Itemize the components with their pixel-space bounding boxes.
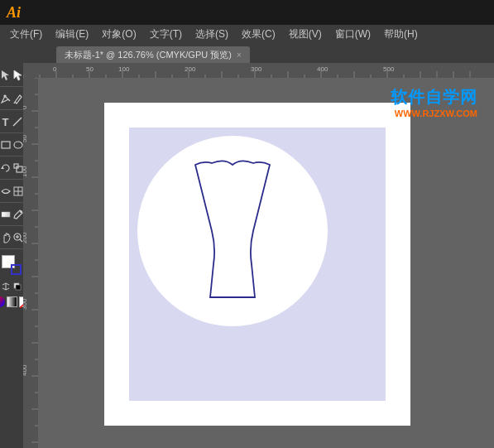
reset-colors-button[interactable]: [12, 282, 22, 291]
svg-line-15: [20, 239, 22, 242]
pencil-tool[interactable]: [12, 89, 24, 108]
menu-window[interactable]: 窗口(W): [329, 26, 377, 43]
svg-text:300: 300: [251, 65, 262, 73]
menu-help[interactable]: 帮助(H): [377, 26, 424, 43]
tab-bar: 未标题-1* @ 126.76% (CMYK/GPU 预览) ×: [0, 43, 494, 63]
type-tool[interactable]: T: [0, 113, 11, 131]
gradient-tool[interactable]: [0, 205, 12, 224]
eyedropper-tool[interactable]: [12, 205, 24, 224]
svg-marker-1: [14, 70, 22, 80]
hand-tool[interactable]: [0, 229, 12, 247]
main-area: T: [0, 63, 494, 448]
menu-file[interactable]: 文件(F): [3, 26, 49, 43]
swap-colors-button[interactable]: [1, 282, 11, 291]
mesh-tool[interactable]: [12, 182, 24, 200]
tab-close-button[interactable]: ×: [237, 51, 242, 60]
svg-text:100: 100: [23, 166, 28, 177]
svg-marker-6: [1, 166, 4, 169]
svg-line-3: [13, 118, 22, 126]
menu-bar: 文件(F) 编辑(E) 对象(O) 文字(T) 选择(S) 效果(C) 视图(V…: [0, 25, 494, 43]
menu-select[interactable]: 选择(S): [189, 26, 235, 43]
title-bar: Ai: [0, 0, 494, 25]
selection-tools-group: [0, 66, 23, 87]
gradient-button[interactable]: [7, 296, 17, 307]
pen-tools-group: [0, 89, 23, 110]
transform-tools-group: [0, 159, 23, 180]
document-page: [104, 103, 410, 426]
svg-rect-20: [16, 285, 21, 290]
menu-object[interactable]: 对象(O): [95, 26, 142, 43]
stroke-swatch[interactable]: [11, 264, 22, 275]
svg-text:400: 400: [317, 65, 329, 73]
app-logo: Ai: [7, 4, 21, 22]
svg-rect-7: [17, 166, 22, 172]
toolbar: T: [0, 63, 23, 448]
svg-text:300: 300: [23, 298, 28, 310]
tab-label: 未标题-1* @ 126.76% (CMYK/GPU 预览): [65, 49, 232, 61]
svg-text:50: 50: [86, 65, 94, 73]
scale-tool[interactable]: [12, 159, 24, 177]
svg-text:0: 0: [53, 65, 57, 73]
svg-point-2: [4, 95, 6, 97]
svg-point-13: [20, 210, 22, 213]
svg-text:400: 400: [23, 364, 28, 376]
inner-canvas: 软件自学网 WWW.RJZXW.COM: [38, 78, 494, 448]
color-button[interactable]: [0, 296, 5, 307]
pen-tool[interactable]: [0, 89, 12, 108]
svg-text:500: 500: [383, 65, 395, 73]
svg-text:200: 200: [23, 232, 28, 243]
svg-text:200: 200: [185, 65, 196, 73]
warp-tool[interactable]: [0, 182, 12, 200]
svg-marker-0: [2, 70, 9, 80]
vector-shape: [179, 157, 286, 301]
menu-view[interactable]: 视图(V): [282, 26, 329, 43]
rect-tool[interactable]: [0, 136, 12, 154]
shape-tools-group: [0, 136, 23, 157]
svg-rect-4: [2, 142, 10, 148]
svg-text:100: 100: [118, 65, 130, 73]
nav-tools-group: [0, 229, 23, 249]
top-ruler: 0 50 100 200 300 400 500: [23, 63, 494, 78]
svg-text:50: 50: [23, 135, 28, 142]
zoom-tool[interactable]: [12, 229, 24, 247]
gradient-tools-group: [0, 205, 23, 226]
svg-rect-12: [2, 212, 10, 217]
document-tab[interactable]: 未标题-1* @ 126.76% (CMYK/GPU 预览) ×: [56, 46, 250, 63]
svg-text:0: 0: [23, 105, 28, 109]
rotate-tool[interactable]: [0, 159, 12, 177]
canvas-area: 0 50 100 200 300 400 500: [23, 63, 494, 448]
warp-tools-group: [0, 182, 23, 203]
direct-selection-tool[interactable]: [12, 66, 24, 84]
type-tools-group: T: [0, 113, 23, 133]
selection-tool[interactable]: [0, 66, 12, 84]
line-tool[interactable]: [12, 113, 23, 131]
ellipse-tool[interactable]: [12, 136, 24, 154]
left-ruler: 0 50 100 200 300 400: [23, 78, 38, 448]
menu-edit[interactable]: 编辑(E): [49, 26, 95, 43]
menu-type[interactable]: 文字(T): [143, 26, 189, 43]
svg-point-5: [14, 142, 22, 148]
menu-effect[interactable]: 效果(C): [235, 26, 282, 43]
